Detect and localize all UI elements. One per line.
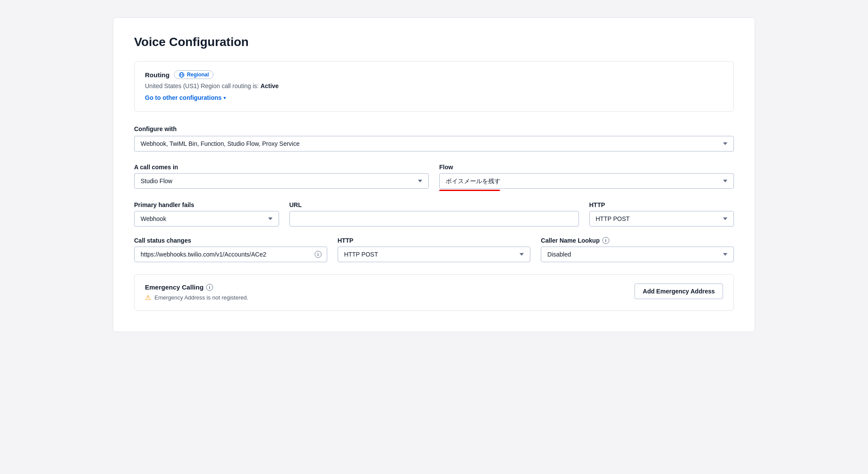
primary-handler-select-wrapper: WebhookTwiML BinFunctionStudio Flow bbox=[134, 211, 279, 227]
http-status-group: HTTP HTTP POSTHTTP GET bbox=[338, 237, 531, 262]
call-comes-in-row: A call comes in Studio FlowWebhookTwiML … bbox=[134, 164, 734, 191]
page-title: Voice Configuration bbox=[134, 35, 734, 49]
regional-badge-label: Regional bbox=[187, 72, 209, 78]
go-to-configurations-link[interactable]: Go to other configurations ▾ bbox=[145, 94, 226, 101]
flow-select[interactable]: ボイスメールを残す bbox=[439, 173, 734, 189]
call-status-info-button[interactable]: i bbox=[309, 247, 327, 261]
add-emergency-address-button[interactable]: Add Emergency Address bbox=[635, 283, 723, 299]
emergency-card: Emergency Calling i ⚠ Emergency Address … bbox=[134, 274, 734, 311]
call-comes-in-group: A call comes in Studio FlowWebhookTwiML … bbox=[134, 164, 429, 191]
globe-icon bbox=[179, 72, 185, 78]
http-status-select[interactable]: HTTP POSTHTTP GET bbox=[338, 247, 531, 262]
http-primary-select-wrapper: HTTP POSTHTTP GET bbox=[589, 211, 734, 227]
call-comes-in-select[interactable]: Studio FlowWebhookTwiML BinFunctionProxy… bbox=[134, 173, 429, 189]
emergency-info-icon[interactable]: i bbox=[206, 284, 213, 291]
flow-error-underline bbox=[439, 190, 500, 191]
flow-select-wrapper: ボイスメールを残す bbox=[439, 173, 734, 191]
routing-header: Routing Regional bbox=[145, 70, 723, 79]
call-status-row: Call status changes i HTTP HTTP POSTHTTP… bbox=[134, 237, 734, 262]
info-circle-icon: i bbox=[315, 251, 322, 258]
emergency-warning: ⚠ Emergency Address is not registered. bbox=[145, 293, 248, 302]
primary-handler-row: Primary handler fails WebhookTwiML BinFu… bbox=[134, 201, 734, 227]
http-primary-label: HTTP bbox=[589, 201, 734, 208]
call-comes-in-label: A call comes in bbox=[134, 164, 429, 171]
call-status-group: Call status changes i bbox=[134, 237, 327, 262]
http-primary-group: HTTP HTTP POSTHTTP GET bbox=[589, 201, 734, 227]
primary-handler-label: Primary handler fails bbox=[134, 201, 279, 208]
primary-handler-group: Primary handler fails WebhookTwiML BinFu… bbox=[134, 201, 279, 227]
routing-status: United States (US1) Region call routing … bbox=[145, 82, 723, 89]
warning-triangle-icon: ⚠ bbox=[145, 293, 151, 302]
primary-handler-select[interactable]: WebhookTwiML BinFunctionStudio Flow bbox=[134, 211, 279, 227]
page-container: Voice Configuration Routing Regional Uni… bbox=[113, 17, 755, 332]
emergency-left: Emergency Calling i ⚠ Emergency Address … bbox=[145, 283, 248, 302]
routing-label: Routing bbox=[145, 71, 170, 79]
configure-with-label: Configure with bbox=[134, 125, 734, 132]
url-label: URL bbox=[289, 201, 579, 208]
chevron-down-icon: ▾ bbox=[224, 95, 226, 100]
regional-badge: Regional bbox=[174, 70, 214, 79]
caller-name-group: Caller Name Lookup i DisabledEnabled bbox=[541, 237, 734, 262]
call-status-input[interactable] bbox=[135, 247, 309, 262]
http-primary-select[interactable]: HTTP POSTHTTP GET bbox=[589, 211, 734, 227]
url-group: URL bbox=[289, 201, 579, 227]
http-status-label: HTTP bbox=[338, 237, 531, 244]
configure-with-select[interactable]: Webhook, TwiML Bin, Function, Studio Flo… bbox=[134, 136, 734, 151]
flow-label: Flow bbox=[439, 164, 734, 171]
flow-group: Flow ボイスメールを残す bbox=[439, 164, 734, 191]
url-input[interactable] bbox=[289, 211, 579, 227]
configure-with-section: Configure with Webhook, TwiML Bin, Funct… bbox=[134, 125, 734, 151]
call-comes-in-select-wrapper: Studio FlowWebhookTwiML BinFunctionProxy… bbox=[134, 173, 429, 189]
caller-name-select[interactable]: DisabledEnabled bbox=[541, 247, 734, 262]
http-status-select-wrapper: HTTP POSTHTTP GET bbox=[338, 247, 531, 262]
caller-name-label-wrapper: Caller Name Lookup i bbox=[541, 237, 734, 244]
call-status-label: Call status changes bbox=[134, 237, 327, 244]
emergency-warning-text: Emergency Address is not registered. bbox=[155, 294, 248, 301]
routing-card: Routing Regional United States (US1) Reg… bbox=[134, 61, 734, 112]
caller-name-info-icon[interactable]: i bbox=[602, 237, 609, 244]
emergency-title: Emergency Calling i bbox=[145, 283, 248, 291]
caller-name-select-wrapper: DisabledEnabled bbox=[541, 247, 734, 262]
caller-name-label: Caller Name Lookup bbox=[541, 237, 599, 244]
call-status-input-wrapper: i bbox=[134, 247, 327, 262]
